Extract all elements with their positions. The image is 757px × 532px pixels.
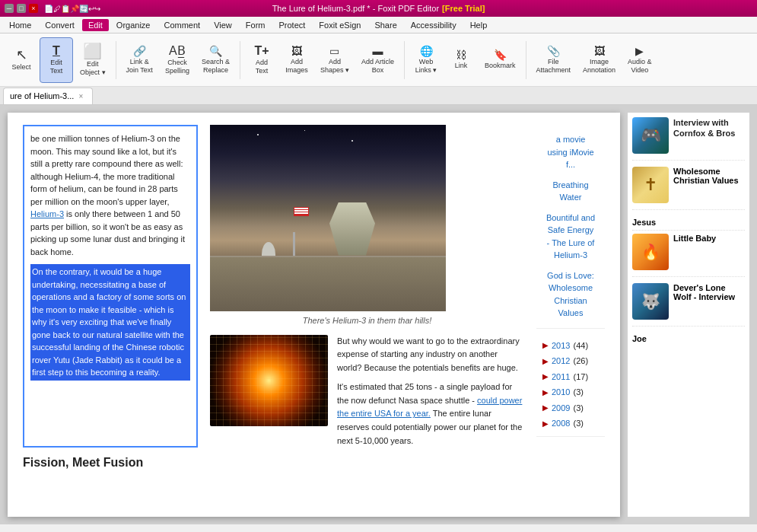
christian-thumbnail[interactable]: ✝ bbox=[632, 167, 669, 203]
helium3-link[interactable]: Helium-3 bbox=[30, 209, 64, 218]
check-spelling-button[interactable]: AB̲ CheckSpelling bbox=[160, 37, 195, 83]
imovie-link[interactable]: a movie using iMovie f... bbox=[542, 131, 599, 174]
link-join-text-button[interactable]: 🔗 Link &Join Text bbox=[121, 37, 158, 83]
menu-foxit-esign[interactable]: Foxit eSign bbox=[313, 19, 367, 31]
archive-2012[interactable]: ▶ 2012 (26) bbox=[542, 353, 599, 369]
arrow-2012: ▶ bbox=[542, 355, 549, 367]
add-article-box-label: Add ArticleBox bbox=[361, 58, 394, 75]
tab-close-icon[interactable]: × bbox=[78, 92, 83, 100]
archive-2010[interactable]: ▶ 2010 (3) bbox=[542, 384, 599, 400]
wolf-title: Dever's Lone Wolf - Interview bbox=[673, 283, 745, 301]
menu-protect[interactable]: Protect bbox=[273, 19, 312, 31]
close-button[interactable]: × bbox=[29, 4, 38, 13]
body-paragraph-2: It's estimated that 25 tons - a single p… bbox=[337, 381, 524, 448]
maximize-button[interactable]: □ bbox=[17, 4, 26, 13]
separator-2 bbox=[240, 41, 240, 79]
add-shapes-button[interactable]: ▭ AddShapes ▾ bbox=[315, 37, 355, 83]
menu-convert[interactable]: Convert bbox=[39, 19, 81, 31]
jesus-label: Jesus bbox=[632, 218, 656, 227]
bookmark-button[interactable]: 🔖 Bookmark bbox=[479, 37, 521, 83]
bookmark-label: Bookmark bbox=[485, 62, 516, 70]
edit-text-icon: T bbox=[52, 45, 60, 57]
image-caption: There's Helium-3 in them thar hills! bbox=[210, 314, 524, 327]
selected-text-block[interactable]: On the contrary, it would be a huge unde… bbox=[30, 264, 190, 381]
wolf-thumbnail[interactable]: 🐺 bbox=[632, 283, 669, 320]
joe-label: Joe bbox=[632, 334, 647, 343]
add-shapes-icon: ▭ bbox=[329, 46, 339, 56]
window-title: The Lure of Helium-3.pdf * - Foxit PDF E… bbox=[272, 4, 439, 13]
moon-image bbox=[210, 125, 446, 311]
archive-2013[interactable]: ▶ 2013 (44) bbox=[542, 338, 599, 354]
pdf-left-column[interactable]: be one million tonnes of Helium-3 on the… bbox=[23, 125, 198, 448]
add-shapes-label: AddShapes ▾ bbox=[320, 58, 349, 75]
archive-2009[interactable]: ▶ 2009 (3) bbox=[542, 400, 599, 416]
menu-accessibility[interactable]: Accessibility bbox=[405, 19, 463, 31]
thumb-christian-item: ✝ Wholesome Christian Values bbox=[632, 167, 745, 210]
search-replace-icon: 🔍 bbox=[209, 46, 222, 56]
god-love-link[interactable]: God is Love: Wholesome Christian Values bbox=[542, 267, 599, 322]
cornfox-thumbnail[interactable]: 🎮 bbox=[632, 117, 669, 154]
add-text-icon: T+ bbox=[254, 45, 269, 57]
file-attachment-icon: 📎 bbox=[547, 46, 560, 56]
link-icon: ⛓ bbox=[456, 49, 466, 60]
select-button[interactable]: ↖ Select bbox=[5, 37, 38, 83]
archive-2011[interactable]: ▶ 2011 (17) bbox=[542, 369, 599, 385]
menu-edit[interactable]: Edit bbox=[82, 19, 109, 31]
pdf-area[interactable]: be one million tonnes of Helium-3 on the… bbox=[8, 113, 620, 517]
bountiful-energy-link[interactable]: Bountiful and Safe Energy - The Lure of … bbox=[542, 209, 599, 264]
edit-text-button[interactable]: T EditText bbox=[40, 37, 73, 83]
menu-bar: Home Convert Edit Organize Comment View … bbox=[0, 17, 757, 33]
menu-help[interactable]: Help bbox=[464, 19, 494, 31]
title-bar: ─ □ × 📄🖊📋📌🔄↩↪ The Lure of Helium-3.pdf *… bbox=[0, 0, 757, 17]
body-text-area: But why would we want to go to the extra… bbox=[337, 335, 524, 448]
select-icon: ↖ bbox=[16, 48, 27, 62]
menu-comment[interactable]: Comment bbox=[157, 19, 206, 31]
web-links-label: WebLinks ▾ bbox=[415, 58, 437, 75]
body-paragraph-1: But why would we want to go to the extra… bbox=[337, 335, 524, 375]
audio-video-label: Audio &Video bbox=[628, 58, 652, 75]
document-tab[interactable]: ure of Helium-3... × bbox=[3, 88, 93, 104]
menu-share[interactable]: Share bbox=[368, 19, 402, 31]
arrow-2011: ▶ bbox=[542, 371, 549, 382]
audio-video-button[interactable]: ▶ Audio &Video bbox=[622, 37, 657, 83]
separator-1 bbox=[116, 41, 116, 79]
file-attachment-button[interactable]: 📎 FileAttachment bbox=[531, 37, 577, 83]
tab-label: ure of Helium-3... bbox=[10, 91, 74, 100]
edit-text-label: EditText bbox=[50, 59, 63, 75]
bookmark-icon: 🔖 bbox=[494, 49, 507, 60]
archive-2008[interactable]: ▶ 2008 (3) bbox=[542, 416, 599, 432]
tab-bar: ure of Helium-3... × bbox=[0, 87, 757, 105]
file-attachment-label: FileAttachment bbox=[536, 58, 571, 75]
add-images-button[interactable]: 🖼 AddImages bbox=[280, 37, 313, 83]
cornfox-title: Interview with Cornfox & Bros bbox=[673, 117, 745, 139]
arrow-2013: ▶ bbox=[542, 339, 549, 351]
menu-organize[interactable]: Organize bbox=[110, 19, 157, 31]
search-replace-button[interactable]: 🔍 Search &Replace bbox=[196, 37, 235, 83]
menu-form[interactable]: Form bbox=[240, 19, 272, 31]
edit-object-button[interactable]: ⬜ EditObject ▾ bbox=[75, 37, 111, 83]
edit-object-icon: ⬜ bbox=[83, 43, 102, 59]
main-area: be one million tonnes of Helium-3 on the… bbox=[0, 105, 757, 524]
link-join-text-label: Link &Join Text bbox=[126, 58, 153, 75]
window-controls[interactable]: ─ □ × 📄🖊📋📌🔄↩↪ bbox=[5, 4, 100, 13]
image-annotation-icon: 🖼 bbox=[594, 46, 605, 56]
pdf-right-column: a movie using iMovie f... Breathing Wate… bbox=[536, 125, 605, 448]
pdf-center-column: There's Helium-3 in them thar hills! But… bbox=[210, 125, 524, 448]
baby-thumbnail[interactable]: 🔥 bbox=[632, 234, 669, 270]
image-annotation-button[interactable]: 🖼 ImageAnnotation bbox=[577, 37, 621, 83]
link-button[interactable]: ⛓ Link bbox=[444, 37, 478, 83]
check-spelling-icon: AB̲ bbox=[169, 45, 186, 57]
separator-4 bbox=[526, 41, 526, 79]
select-label: Select bbox=[11, 63, 30, 72]
add-article-box-button[interactable]: ▬ Add ArticleBox bbox=[356, 37, 399, 83]
image-annotation-label: ImageAnnotation bbox=[583, 58, 615, 75]
web-links-button[interactable]: 🌐 WebLinks ▾ bbox=[409, 37, 443, 83]
add-text-button[interactable]: T+ AddText bbox=[245, 37, 278, 83]
menu-home[interactable]: Home bbox=[3, 19, 37, 31]
add-article-box-icon: ▬ bbox=[372, 46, 383, 56]
minimize-button[interactable]: ─ bbox=[5, 4, 14, 13]
add-text-label: AddText bbox=[256, 59, 269, 75]
link-label: Link bbox=[455, 62, 468, 70]
breathing-water-link[interactable]: Breathing Water bbox=[542, 177, 599, 206]
menu-view[interactable]: View bbox=[208, 19, 238, 31]
